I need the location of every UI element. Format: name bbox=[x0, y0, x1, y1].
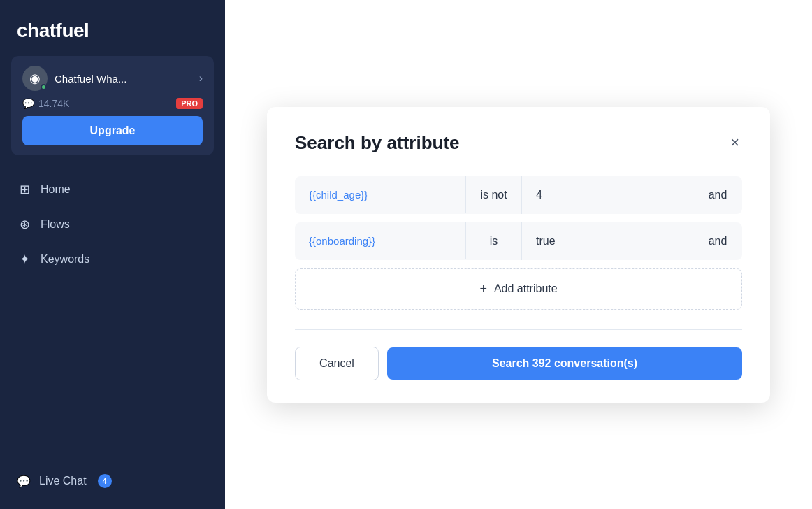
upgrade-button[interactable]: Upgrade bbox=[22, 116, 203, 145]
attribute-name-1[interactable]: {{child_age}} bbox=[295, 176, 466, 213]
sidebar-item-home-label: Home bbox=[41, 183, 71, 196]
sidebar-item-live-chat[interactable]: 💬 Live Chat 4 bbox=[0, 464, 225, 498]
home-icon: ⊞ bbox=[17, 182, 32, 197]
add-attribute-label: Add attribute bbox=[494, 282, 558, 295]
flows-icon: ⊛ bbox=[17, 217, 32, 232]
chat-icon: 💬 bbox=[22, 98, 34, 109]
sidebar-item-home[interactable]: ⊞ Home bbox=[0, 172, 225, 207]
attribute-conjunction-1: and bbox=[693, 176, 742, 214]
live-chat-icon: 💬 bbox=[17, 475, 31, 488]
attribute-conjunction-2: and bbox=[693, 222, 742, 260]
attribute-row-1: {{child_age}} is not 4 and bbox=[295, 176, 742, 214]
avatar: ◉ bbox=[22, 66, 48, 91]
online-indicator bbox=[41, 84, 47, 90]
subscriber-count: 14.74K bbox=[38, 98, 69, 109]
attribute-value-1[interactable]: 4 bbox=[522, 176, 693, 214]
main-content: Search by attribute × {{child_age}} is n… bbox=[225, 0, 812, 509]
modal-header: Search by attribute × bbox=[295, 132, 742, 154]
live-chat-badge: 4 bbox=[98, 474, 112, 488]
modal-title: Search by attribute bbox=[295, 132, 460, 154]
sidebar-item-keywords-label: Keywords bbox=[41, 253, 89, 266]
sidebar-item-keywords[interactable]: ✦ Keywords bbox=[0, 242, 225, 277]
modal-overlay: Search by attribute × {{child_age}} is n… bbox=[225, 0, 812, 509]
sidebar-bottom: 💬 Live Chat 4 bbox=[0, 453, 225, 509]
sidebar-nav: ⊞ Home ⊛ Flows ✦ Keywords bbox=[0, 166, 225, 453]
sidebar-item-flows[interactable]: ⊛ Flows bbox=[0, 207, 225, 242]
modal-divider bbox=[295, 329, 742, 330]
attribute-value-2[interactable]: true bbox=[522, 222, 693, 260]
account-card[interactable]: ◉ Chatfuel Wha... › 💬 14.74K Pro Upgrade bbox=[11, 56, 214, 155]
add-attribute-button[interactable]: + Add attribute bbox=[295, 268, 742, 310]
cancel-button[interactable]: Cancel bbox=[295, 347, 379, 380]
plus-icon: + bbox=[479, 282, 487, 296]
modal-footer: Cancel Search 392 conversation(s) bbox=[295, 347, 742, 380]
search-button[interactable]: Search 392 conversation(s) bbox=[387, 347, 742, 380]
keywords-icon: ✦ bbox=[17, 252, 32, 267]
chevron-right-icon: › bbox=[199, 72, 203, 85]
account-name: Chatfuel Wha... bbox=[55, 73, 192, 85]
search-attribute-modal: Search by attribute × {{child_age}} is n… bbox=[267, 107, 770, 403]
attribute-row-2: {{onboarding}} is true and bbox=[295, 222, 742, 260]
sidebar-item-flows-label: Flows bbox=[41, 218, 70, 231]
logo: chatfuel bbox=[0, 0, 225, 56]
attribute-operator-2[interactable]: is bbox=[466, 222, 522, 260]
sidebar: chatfuel ◉ Chatfuel Wha... › 💬 14.74K Pr… bbox=[0, 0, 225, 509]
pro-badge: Pro bbox=[176, 98, 203, 109]
attribute-name-2[interactable]: {{onboarding}} bbox=[295, 222, 466, 259]
attribute-operator-1[interactable]: is not bbox=[466, 176, 522, 214]
close-button[interactable]: × bbox=[727, 132, 742, 153]
live-chat-label: Live Chat bbox=[39, 475, 87, 487]
